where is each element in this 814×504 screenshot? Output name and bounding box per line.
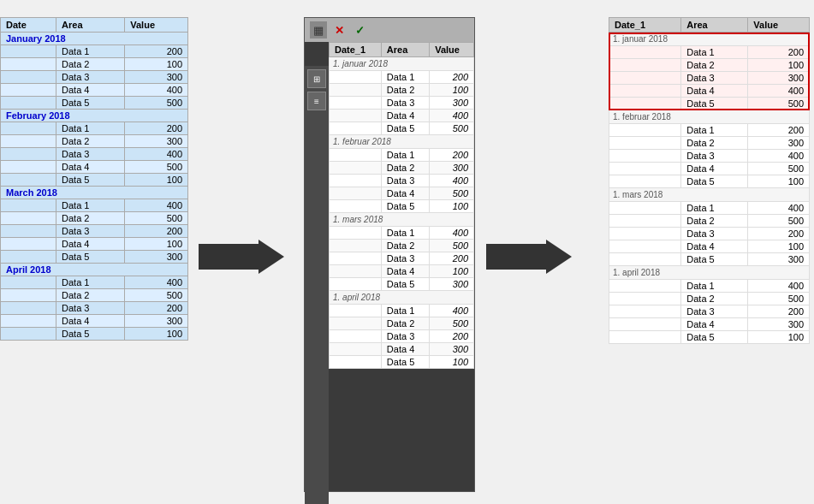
value-cell: 500 <box>125 97 188 110</box>
table-row: Data 2500 <box>609 215 810 228</box>
value-cell: 100 <box>125 58 188 71</box>
value-cell: 200 <box>748 46 810 59</box>
right-header-value: Value <box>748 18 810 33</box>
value-cell: 200 <box>125 225 188 238</box>
value-cell: 300 <box>748 137 810 150</box>
date-cell <box>609 215 681 228</box>
area-cell: Data 1 <box>56 199 125 212</box>
area-cell: Data 5 <box>681 175 748 188</box>
table-row: Data 5100 <box>609 175 810 188</box>
table-row: Data 4300 <box>1 315 188 328</box>
date-cell <box>609 305 681 318</box>
date-cell <box>609 85 681 98</box>
mid-header-value: Value <box>430 43 474 57</box>
date-cell <box>1 289 56 302</box>
date-cell <box>609 293 681 305</box>
table-row: Data 4500 <box>330 187 474 200</box>
middle-data-table: Date_1 Area Value 1. januar 2018Data 120… <box>329 42 474 369</box>
date-cell <box>1 328 56 341</box>
table-row: Data 5100 <box>1 174 188 187</box>
date-cell <box>330 252 382 265</box>
date-cell <box>1 315 56 328</box>
value-cell: 500 <box>748 163 810 175</box>
date-cell <box>1 148 56 161</box>
group-label: January 2018 <box>1 33 188 45</box>
value-cell: 500 <box>125 289 188 302</box>
value-cell: 200 <box>430 71 474 84</box>
area-cell: Data 4 <box>681 163 748 175</box>
value-cell: 100 <box>430 356 474 369</box>
value-cell: 500 <box>125 212 188 225</box>
table-row: Data 1400 <box>330 227 474 240</box>
date-cell <box>330 343 382 356</box>
date-cell <box>1 225 56 238</box>
group-label: February 2018 <box>1 110 188 122</box>
sidebar-table-btn[interactable]: ⊞ <box>307 69 326 88</box>
right-table-container: Date_1 Area Value 1. januar 2018Data 120… <box>609 17 810 344</box>
date-cell <box>330 227 382 240</box>
area-cell: Data 3 <box>56 225 125 238</box>
date-cell <box>330 265 382 278</box>
right-data-table: Date_1 Area Value 1. januar 2018Data 120… <box>609 17 810 344</box>
date-cell <box>330 122 382 135</box>
group-label: 1. februar 2018 <box>330 135 474 149</box>
area-cell: Data 3 <box>56 302 125 315</box>
value-cell: 400 <box>430 305 474 317</box>
table-row: Data 5100 <box>609 331 810 344</box>
value-cell: 300 <box>748 318 810 331</box>
date-cell <box>609 124 681 137</box>
area-cell: Data 1 <box>381 149 429 162</box>
sidebar-list-btn[interactable]: ≡ <box>307 92 326 110</box>
cancel-icon[interactable]: ✕ <box>330 21 348 39</box>
table-row: Data 5100 <box>330 200 474 213</box>
area-cell: Data 2 <box>56 212 125 225</box>
middle-content: Date_1 Area Value 1. januar 2018Data 120… <box>329 42 474 369</box>
date-cell <box>330 71 382 84</box>
arrow-1-shaft <box>199 244 258 270</box>
table-row: Data 2500 <box>1 212 188 225</box>
right-header-area: Area <box>681 18 748 33</box>
area-cell: Data 2 <box>56 135 125 148</box>
value-cell: 300 <box>430 343 474 356</box>
area-cell: Data 3 <box>381 330 429 343</box>
date-cell <box>1 174 56 187</box>
value-cell: 400 <box>430 227 474 240</box>
confirm-icon[interactable]: ✓ <box>351 21 368 39</box>
date-cell <box>1 45 56 58</box>
area-cell: Data 4 <box>56 238 125 251</box>
value-cell: 200 <box>125 302 188 315</box>
table-row: Data 5100 <box>1 328 188 341</box>
chart-icon[interactable]: ▦ <box>310 21 327 39</box>
area-cell: Data 4 <box>56 161 125 174</box>
table-row: Data 1200 <box>330 71 474 84</box>
table-row: Data 4100 <box>1 238 188 251</box>
area-cell: Data 4 <box>56 84 125 97</box>
area-cell: Data 5 <box>56 174 125 187</box>
date-cell <box>1 58 56 71</box>
left-data-table: Date Area Value January 2018Data 1200Dat… <box>0 17 188 341</box>
table-row: Data 3400 <box>1 148 188 161</box>
date-cell <box>330 187 382 200</box>
table-row: Data 5500 <box>330 122 474 135</box>
table-row: Data 3200 <box>1 302 188 315</box>
area-cell: Data 3 <box>56 148 125 161</box>
left-table-container: Date Area Value January 2018Data 1200Dat… <box>0 17 188 341</box>
date-cell <box>609 98 681 110</box>
date-cell <box>330 162 382 175</box>
date-cell <box>330 305 382 317</box>
area-cell: Data 2 <box>56 58 125 71</box>
value-cell: 200 <box>748 305 810 318</box>
table-row: Data 2300 <box>330 162 474 175</box>
date-cell <box>1 199 56 212</box>
table-row: Data 1400 <box>1 199 188 212</box>
date-cell <box>609 137 681 150</box>
date-cell <box>1 238 56 251</box>
table-row: Data 5500 <box>1 97 188 110</box>
table-row: Data 4400 <box>609 85 810 98</box>
date-cell <box>1 276 56 289</box>
area-cell: Data 5 <box>381 356 429 369</box>
date-cell <box>330 330 382 343</box>
date-cell <box>609 331 681 344</box>
value-cell: 200 <box>430 330 474 343</box>
arrow-2-body <box>486 240 572 274</box>
